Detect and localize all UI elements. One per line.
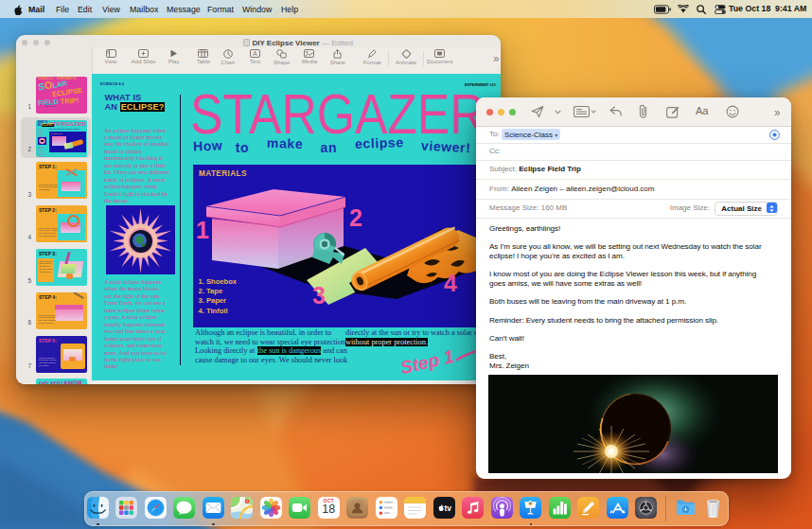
svg-text:tv: tv bbox=[444, 503, 451, 512]
svg-text:A: A bbox=[253, 50, 257, 57]
